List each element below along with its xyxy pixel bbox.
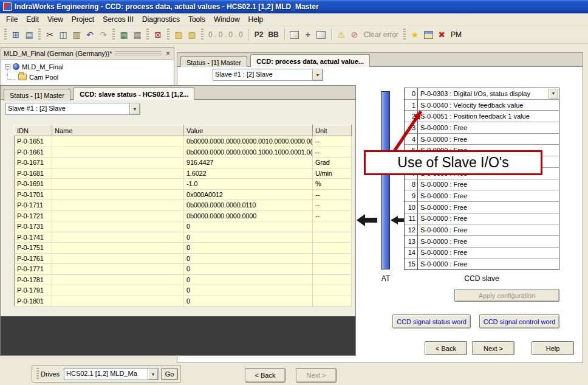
menu-item-view[interactable]: View xyxy=(43,14,67,25)
favorites-icon[interactable]: ★ xyxy=(409,29,421,41)
menu-item-window[interactable]: Window xyxy=(210,14,244,25)
ccd-slot-row[interactable]: 9S-0-0000 : Free xyxy=(405,190,559,202)
bb-indicator[interactable]: BB xyxy=(266,30,280,39)
table-row[interactable]: P-0-18010 xyxy=(15,296,352,307)
toolbar-grip[interactable] xyxy=(167,29,169,41)
drive-setup-icon[interactable] xyxy=(315,29,327,41)
menu-item-diagnostics[interactable]: Diagnostics xyxy=(138,14,184,25)
table-row[interactable]: P-0-17010x000A0012-- xyxy=(15,189,352,200)
chevron-down-icon[interactable]: ▼ xyxy=(129,103,140,114)
table-row[interactable]: P-0-17610 xyxy=(15,253,352,264)
menu-item-tools[interactable]: Tools xyxy=(184,14,210,25)
logic-analysis-icon[interactable]: ▧ xyxy=(186,29,198,41)
column-header-name[interactable]: Name xyxy=(52,125,184,136)
toolbar-grip[interactable] xyxy=(38,29,41,41)
chevron-down-icon[interactable]: ▼ xyxy=(312,69,323,80)
toolbar-separator xyxy=(248,29,249,41)
table-row[interactable]: P-0-16610b0000.0000.0000.0000.1000.1000.… xyxy=(15,147,352,158)
toolbar-grip[interactable] xyxy=(4,29,7,41)
commissioning-tools-icon[interactable] xyxy=(289,29,301,41)
ccd-signal-status-word-button[interactable]: CCD signal status word xyxy=(392,314,471,328)
cut-icon[interactable]: ✂ xyxy=(44,29,56,41)
table-row[interactable]: P-0-17310 xyxy=(15,221,352,232)
slave-select-combo-back[interactable]: Slave #1 : [2] Slave ▼ xyxy=(213,69,323,81)
ccd-slot-row[interactable]: 11S-0-0000 : Free xyxy=(405,213,559,225)
slot-assignment: S-0-0000 : Free xyxy=(418,122,559,133)
ccd-signal-control-word-button[interactable]: CCD signal control word xyxy=(479,314,559,328)
slot-dropdown-arrow[interactable]: ▼ xyxy=(549,89,558,99)
drives-combo[interactable]: HCS02.1 [1,2] MLD_Ma ▼ xyxy=(64,368,159,380)
window-layout-icon[interactable] xyxy=(422,29,434,41)
tab-ccd-slave-status[interactable]: CCD: slave status - HCS02.1 [1,2... xyxy=(74,87,194,100)
menu-item-edit[interactable]: Edit xyxy=(22,14,43,25)
wizard-next-button[interactable]: Next > xyxy=(296,368,337,383)
tree-expander-icon[interactable]: − xyxy=(5,64,10,69)
oscilloscope-icon[interactable]: ▨ xyxy=(173,29,185,41)
close-editor-icon[interactable]: ✖ xyxy=(436,29,448,41)
toolbar-grip[interactable] xyxy=(146,29,149,41)
tab-ccd-process-data[interactable]: CCD: process data, actual value... xyxy=(250,54,370,67)
next-button[interactable]: Next > xyxy=(472,341,514,355)
clear-error-icon[interactable]: ⊘ xyxy=(349,29,361,41)
table-row[interactable]: P-0-17710 xyxy=(15,264,352,275)
slot-assignment: S-0-0000 : Free xyxy=(418,202,559,213)
table-row[interactable]: P-0-1671916.4427Grad xyxy=(15,158,352,168)
apply-configuration-button[interactable]: Apply configuration xyxy=(454,289,559,302)
column-header-value[interactable]: Value xyxy=(184,125,313,136)
column-header-unit[interactable]: Unit xyxy=(313,125,352,136)
toolbar-grip[interactable] xyxy=(112,29,115,41)
wizard-back-button[interactable]: < Back xyxy=(245,368,285,383)
ccd-slot-row[interactable]: 12S-0-0000 : Free xyxy=(405,224,559,236)
paste-icon[interactable]: ▥ xyxy=(70,29,83,41)
table-row[interactable]: P-0-17510 xyxy=(15,243,352,254)
tab-status-master-front[interactable]: Status - [1] Master xyxy=(4,89,70,101)
tree-item-project[interactable]: − MLD_M_Final xyxy=(5,61,174,72)
slave-select-combo-front[interactable]: Slave #1 : [2] Slave ▼ xyxy=(5,103,140,115)
ccd-slot-row[interactable]: 13S-0-0000 : Free xyxy=(405,236,559,248)
table-row[interactable]: P-0-17210b0000.0000.0000.0000-- xyxy=(15,210,352,221)
clear-error-label[interactable]: Clear error xyxy=(362,30,400,39)
table-row[interactable]: P-0-16510b0000.0000.0000.0000.0010.0000.… xyxy=(15,136,352,147)
slot-assignment: S-0-0000 : Free xyxy=(418,236,559,247)
ccd-slot-row[interactable]: 8S-0-0000 : Free xyxy=(405,179,559,191)
remove-search-icon[interactable]: ⊠ xyxy=(152,29,164,41)
tree-item-campool[interactable]: Cam Pool xyxy=(5,72,174,82)
table-row[interactable]: P-0-1691-1.0% xyxy=(15,179,352,190)
toolbar-grip[interactable] xyxy=(36,368,39,380)
go-button[interactable]: Go xyxy=(161,368,178,380)
menu-item-help[interactable]: Help xyxy=(244,14,268,25)
menu-bar: FileEditViewProjectSercos IIIDiagnostics… xyxy=(0,13,588,26)
project-explorer-panel: MLD_M_Final (German (Germany))* × − MLD_… xyxy=(1,47,174,88)
slot-index: 9 xyxy=(405,190,418,201)
column-header-idn[interactable]: IDN xyxy=(15,125,52,136)
tab-status-master-back[interactable]: Status - [1] Master xyxy=(180,56,247,68)
crosshair-icon[interactable]: + xyxy=(302,29,314,41)
menu-item-sercos-iii[interactable]: Sercos III xyxy=(98,14,138,25)
table-row[interactable]: P-0-17410 xyxy=(15,232,352,243)
disconnect-device-icon[interactable]: ▦ xyxy=(131,29,143,41)
pm-indicator: PM xyxy=(449,30,463,39)
table-row[interactable]: P-0-16811.6022U/min xyxy=(15,168,352,179)
menu-item-file[interactable]: File xyxy=(2,14,22,25)
copy-icon[interactable]: ◫ xyxy=(57,29,69,41)
menu-item-project[interactable]: Project xyxy=(67,14,98,25)
help-button[interactable]: Help xyxy=(532,341,574,355)
ccd-slot-row[interactable]: 15S-0-0000 : Free xyxy=(405,258,559,269)
connect-device-icon[interactable]: ▦ xyxy=(118,29,130,41)
ccd-slot-row[interactable]: 14S-0-0000 : Free xyxy=(405,248,559,259)
table-row[interactable]: P-0-17810 xyxy=(15,274,352,285)
undo-icon[interactable]: ↶ xyxy=(84,29,96,41)
cell-unit: -- xyxy=(313,200,352,211)
panel-close-icon[interactable]: × xyxy=(165,50,171,57)
chevron-down-icon[interactable]: ▼ xyxy=(148,369,158,380)
table-row[interactable]: P-0-17910 xyxy=(15,285,352,296)
redo-icon[interactable]: ↷ xyxy=(97,29,109,41)
table-row[interactable]: P-0-17110b0000.0000.0000.0110-- xyxy=(15,200,352,211)
phase-indicator[interactable]: P2 xyxy=(253,30,265,39)
toolbar-grip[interactable] xyxy=(403,29,406,41)
ccd-slot-row[interactable]: 10S-0-0000 : Free xyxy=(405,202,559,213)
back-button[interactable]: < Back xyxy=(425,341,467,355)
new-project-icon[interactable]: ⊞ xyxy=(10,29,22,41)
open-project-icon[interactable]: ▤ xyxy=(23,29,35,41)
toolbar-grip[interactable] xyxy=(201,29,203,41)
